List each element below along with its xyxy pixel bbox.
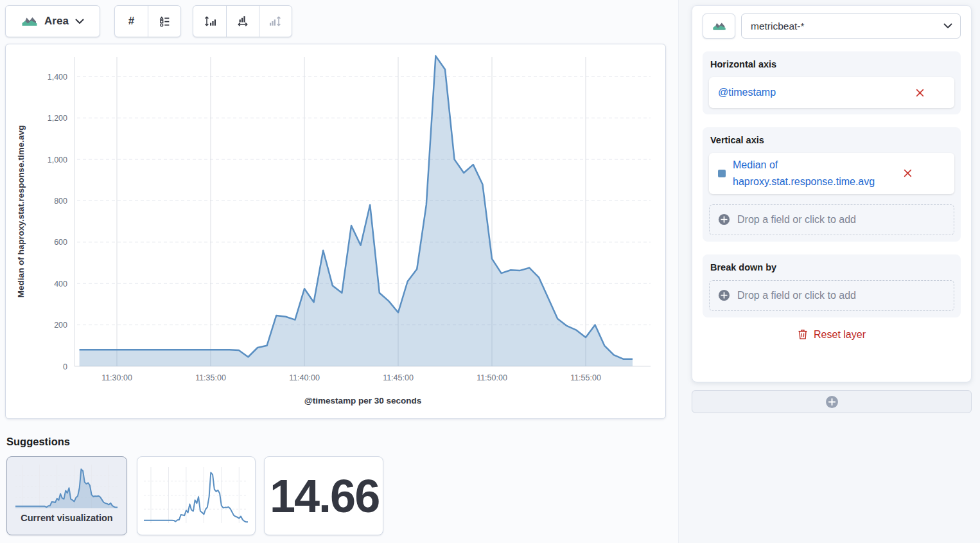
svg-text:Median of haproxy.stat.respons: Median of haproxy.stat.response.time.avg [16,125,26,298]
bottom-axis-icon [236,15,249,28]
vertical-axis-section: Vertical axis Median of haproxy.stat.res… [703,127,961,242]
layer-settings-column: metricbeat-* Horizontal axis @timestamp … [678,0,980,543]
visualization-workspace: 02004006008001,0001,2001,40011:30:0011:3… [5,44,666,419]
horizontal-axis-section: Horizontal axis @timestamp [703,51,961,114]
suggestion-current-visualization[interactable]: Current visualization [6,456,127,535]
horizontal-axis-field[interactable]: @timestamp [709,77,954,108]
vertical-axis-title: Vertical axis [710,135,954,145]
layer-chart-type-button[interactable] [703,13,735,39]
right-axis-button [259,6,292,37]
svg-text:600: 600 [54,238,67,247]
vertical-axis-drop-zone[interactable]: Drop a field or click to add [709,204,954,235]
suggestion-line-thumbnail [142,465,250,526]
chevron-down-icon [75,19,84,24]
suggestion-current-label: Current visualization [21,513,112,523]
area-chart[interactable]: 02004006008001,0001,2001,40011:30:0011:3… [6,44,667,420]
reset-layer-button[interactable]: Reset layer [703,329,961,341]
svg-text:200: 200 [54,321,67,330]
svg-text:800: 800 [54,197,67,206]
chart-options-button-group: # [114,5,181,37]
plus-circle-icon [718,213,730,226]
suggestions-heading: Suggestions [6,436,70,448]
svg-text:11:45:00: 11:45:00 [383,373,414,382]
break-down-section: Break down by Drop a field or click to a… [703,254,961,317]
index-pattern-value: metricbeat-* [751,21,943,32]
svg-text:11:55:00: 11:55:00 [570,373,601,382]
hash-icon: # [128,15,134,28]
suggestion-metric[interactable]: 14.66 [264,456,383,535]
remove-vertical-field-button[interactable] [898,165,916,182]
area-chart-icon-small [712,21,726,31]
reset-layer-label: Reset layer [814,329,866,341]
index-pattern-select[interactable]: metricbeat-* [741,13,961,39]
horizontal-axis-title: Horizontal axis [710,59,954,69]
svg-text:@timestamp per 30 seconds: @timestamp per 30 seconds [304,396,422,405]
break-down-title: Break down by [710,262,954,272]
plus-circle-icon [825,395,839,409]
trash-icon [798,329,808,340]
break-down-drop-zone[interactable]: Drop a field or click to add [709,280,954,311]
suggestion-metric-value: 14.66 [265,470,379,522]
svg-text:1,200: 1,200 [48,114,67,123]
vertical-axis-field[interactable]: Median of haproxy.stat.response.time.avg [709,153,954,194]
drop-field-placeholder: Drop a field or click to add [737,214,856,226]
horizontal-axis-field-label: @timestamp [718,84,911,101]
svg-text:11:50:00: 11:50:00 [477,373,507,382]
left-axis-icon [204,15,216,28]
close-icon [904,169,912,177]
series-color-swatch [718,170,726,177]
vertical-axis-field-label: Median of haproxy.stat.response.time.avg [733,157,898,190]
suggestion-line-chart[interactable] [137,456,256,535]
chart-type-dropdown[interactable]: Area [5,5,100,37]
layer-config-panel: metricbeat-* Horizontal axis @timestamp … [692,5,972,382]
legend-icon [159,15,171,28]
chevron-down-icon [943,23,952,29]
svg-text:1,400: 1,400 [48,73,67,82]
suggestion-area-thumbnail [13,463,120,512]
right-axis-icon [269,15,282,28]
legend-settings-button[interactable] [148,6,180,37]
add-layer-button[interactable] [692,390,972,413]
svg-text:0: 0 [63,362,67,371]
svg-text:1,000: 1,000 [48,156,67,165]
svg-text:11:35:00: 11:35:00 [195,373,226,382]
svg-text:11:40:00: 11:40:00 [289,373,320,382]
drop-field-placeholder: Drop a field or click to add [737,290,856,301]
axis-settings-button-group [193,5,292,37]
area-chart-icon [21,15,38,28]
value-format-button[interactable]: # [115,6,148,37]
svg-text:400: 400 [54,280,67,289]
svg-text:11:30:00: 11:30:00 [101,373,132,382]
bottom-axis-button[interactable] [226,6,259,37]
chart-type-label: Area [44,15,69,28]
left-axis-button[interactable] [193,6,226,37]
remove-horizontal-field-button[interactable] [911,84,929,102]
close-icon [916,89,924,97]
plus-circle-icon [718,289,730,301]
